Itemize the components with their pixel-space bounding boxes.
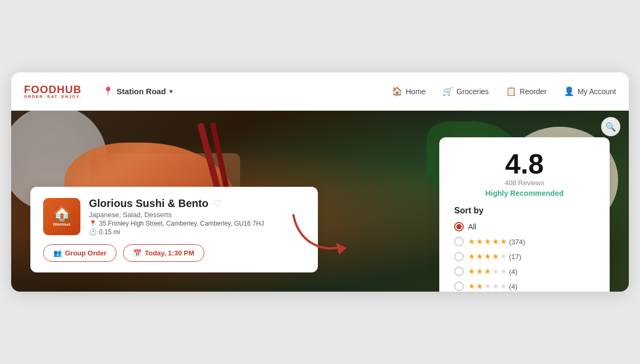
nav-home-label: Home — [406, 87, 425, 96]
restaurant-cuisine: Japanese, Salad, Desserts — [89, 211, 305, 219]
distance-icon: 🕐 — [89, 228, 97, 236]
count-3stars: (4) — [509, 268, 518, 276]
highly-recommended-label: Highly Recommended — [454, 189, 595, 197]
restaurant-info: Glorious Sushi & Bento ♡ Japanese, Salad… — [89, 197, 305, 236]
star-2: ★ — [476, 267, 483, 276]
stars-4: ★ ★ ★ ★ ★ (17) — [468, 252, 521, 261]
star-4: ★ — [492, 252, 499, 261]
star-2: ★ — [476, 237, 483, 246]
radio-3stars[interactable] — [454, 267, 464, 276]
restaurant-header: 🏠 Glorious Glorious Sushi & Bento ♡ Japa… — [43, 197, 305, 236]
rating-count: 408 Reviews — [454, 179, 595, 187]
star-3: ★ — [484, 237, 491, 246]
sort-all-label: All — [468, 222, 477, 231]
stars-3: ★ ★ ★ ★ ★ (4) — [468, 267, 518, 276]
nav-account[interactable]: 👤 My Account — [564, 86, 616, 96]
stars-5: ★ ★ ★ ★ ★ (374) — [468, 237, 525, 246]
location-label: Station Road — [117, 87, 166, 96]
logo-name: FOODHUB — [24, 84, 81, 95]
rating-number: 4.8 — [454, 150, 595, 178]
nav-links: 🏠 Home 🛒 Groceries 📋 Reorder 👤 My Accoun… — [392, 86, 616, 96]
hero-section: 🔍 🏠 Glorious Glorious Sushi & Bento ♡ Ja… — [11, 111, 629, 292]
star-1: ★ — [468, 237, 475, 246]
radio-2stars[interactable] — [454, 282, 464, 291]
address-pin-icon: 📍 — [89, 220, 97, 227]
sort-by-label: Sort by — [454, 206, 595, 216]
groceries-icon: 🛒 — [442, 86, 453, 96]
radio-all[interactable] — [454, 222, 464, 231]
star-5-empty: ★ — [500, 267, 507, 276]
nav-account-label: My Account — [578, 87, 616, 96]
count-2stars: (4) — [509, 283, 518, 291]
restaurant-name: Glorious Sushi & Bento — [89, 197, 208, 210]
stars-2: ★ ★ ★ ★ ★ (4) — [468, 282, 518, 291]
sort-option-4stars[interactable]: ★ ★ ★ ★ ★ (17) — [454, 252, 595, 261]
restaurant-logo-text: Glorious — [53, 222, 71, 227]
restaurant-card: 🏠 Glorious Glorious Sushi & Bento ♡ Japa… — [30, 187, 318, 272]
logo: FOODHUB ORDER. EAT. ENJOY. — [24, 84, 81, 99]
search-button[interactable]: 🔍 — [601, 117, 620, 136]
sort-option-3stars[interactable]: ★ ★ ★ ★ ★ (4) — [454, 267, 595, 276]
card-actions: 👥 Group Order 📅 Today, 1:30 PM — [43, 244, 305, 262]
location-pin-icon: 📍 — [103, 86, 113, 96]
navbar: FOODHUB ORDER. EAT. ENJOY. 📍 Station Roa… — [11, 72, 629, 111]
count-5stars: (374) — [509, 238, 525, 246]
logo-tagline: ORDER. EAT. ENJOY. — [24, 95, 81, 99]
star-1: ★ — [468, 282, 475, 291]
star-4: ★ — [492, 237, 499, 246]
browser-window: FOODHUB ORDER. EAT. ENJOY. 📍 Station Roa… — [11, 72, 629, 292]
account-icon: 👤 — [564, 86, 575, 96]
star-1: ★ — [468, 267, 475, 276]
count-4stars: (17) — [509, 253, 521, 261]
star-2: ★ — [476, 282, 483, 291]
chevron-down-icon: ▾ — [169, 88, 173, 95]
star-3: ★ — [484, 252, 491, 261]
nav-reorder-label: Reorder — [520, 87, 547, 96]
group-order-button[interactable]: 👥 Group Order — [43, 244, 117, 262]
restaurant-address-text: 35 Frimley High Street, Camberley, Cambe… — [99, 220, 264, 227]
radio-5stars[interactable] — [454, 237, 464, 246]
star-5-empty: ★ — [500, 252, 507, 261]
star-5: ★ — [500, 237, 507, 246]
group-order-icon: 👥 — [53, 249, 62, 257]
star-2: ★ — [476, 252, 483, 261]
sort-option-2stars[interactable]: ★ ★ ★ ★ ★ (4) — [454, 282, 595, 291]
location-selector[interactable]: 📍 Station Road ▾ — [103, 86, 173, 96]
group-order-label: Group Order — [65, 249, 106, 257]
star-3: ★ — [484, 267, 491, 276]
nav-groceries-label: Groceries — [456, 87, 489, 96]
restaurant-address: 📍 35 Frimley High Street, Camberley, Cam… — [89, 220, 305, 227]
restaurant-name-row: Glorious Sushi & Bento ♡ — [89, 197, 305, 210]
restaurant-distance-text: 0.15 mi — [99, 228, 120, 236]
home-icon: 🏠 — [392, 86, 403, 96]
nav-home[interactable]: 🏠 Home — [392, 86, 425, 96]
radio-all-inner — [456, 224, 462, 229]
schedule-label: Today, 1:30 PM — [145, 249, 194, 257]
star-3-empty: ★ — [484, 282, 491, 291]
restaurant-distance: 🕐 0.15 mi — [89, 228, 305, 236]
star-1: ★ — [468, 252, 475, 261]
nav-reorder[interactable]: 📋 Reorder — [506, 86, 547, 96]
star-5-empty: ★ — [500, 282, 507, 291]
star-4-empty: ★ — [492, 282, 499, 291]
reviews-panel: 4.8 408 Reviews Highly Recommended Sort … — [439, 137, 610, 292]
schedule-button[interactable]: 📅 Today, 1:30 PM — [123, 244, 204, 262]
favorite-button[interactable]: ♡ — [214, 198, 222, 210]
nav-groceries[interactable]: 🛒 Groceries — [442, 86, 489, 96]
sort-option-5stars[interactable]: ★ ★ ★ ★ ★ (374) — [454, 237, 595, 246]
reorder-icon: 📋 — [506, 86, 516, 96]
radio-4stars[interactable] — [454, 252, 464, 261]
arrow-decoration — [288, 210, 352, 260]
calendar-icon: 📅 — [133, 249, 142, 257]
sort-option-all[interactable]: All — [454, 222, 595, 231]
restaurant-logo-icon: 🏠 — [53, 206, 71, 221]
rating-section: 4.8 408 Reviews Highly Recommended — [454, 150, 595, 197]
svg-marker-0 — [336, 243, 347, 254]
restaurant-logo: 🏠 Glorious — [43, 198, 80, 235]
star-4-empty: ★ — [492, 267, 499, 276]
